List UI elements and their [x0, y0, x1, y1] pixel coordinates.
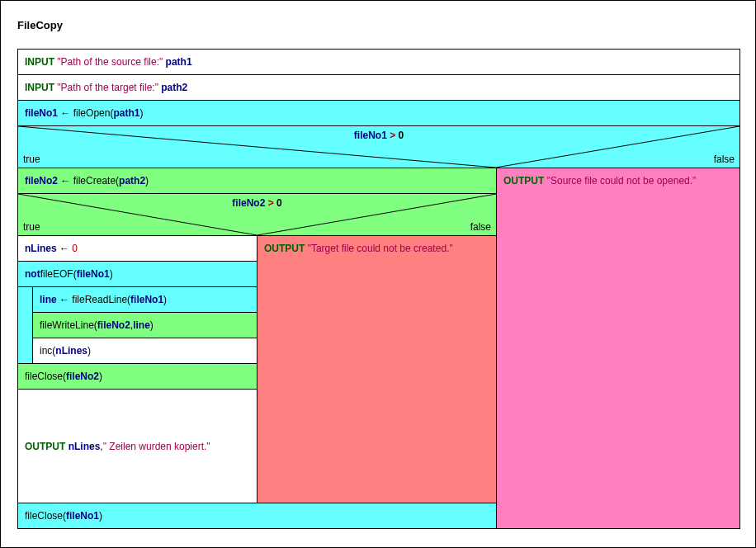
stmt-inc: inc(nLines) [33, 338, 257, 363]
branch-fileno1: fileNo2 ← fileCreate(path2) fileNo2 > 0 [18, 168, 739, 528]
var-fileno2: fileNo2 [25, 175, 58, 187]
stmt-open-source: fileNo1 ← fileOpen(path1) [18, 101, 739, 126]
stmt-nlines-init: nLines ← 0 [18, 236, 257, 262]
svg-line-3 [258, 194, 497, 235]
branch-fileno1-true: fileNo2 ← fileCreate(path2) fileNo2 > 0 [18, 168, 497, 528]
svg-line-2 [18, 194, 258, 235]
branch-fileno2: nLines ← 0 not fileEOF(fileNo1) [18, 236, 496, 503]
stmt-readline: line ← fileReadLine(fileNo1) [33, 287, 257, 313]
cond1-lhs: fileNo1 [354, 130, 387, 141]
cond1-rhs: 0 [399, 130, 404, 141]
svg-line-1 [496, 126, 739, 168]
decision-fileno2: fileNo2 > 0 true false [18, 194, 496, 236]
svg-line-0 [18, 126, 496, 168]
branch-fileno2-false: OUTPUT "Target file could not be created… [258, 236, 496, 503]
cond1-op: > [387, 130, 399, 141]
diagram-title: FileCopy [17, 19, 63, 31]
arrow: ← [60, 107, 70, 119]
fn-fileopen: fileOpen( [73, 107, 114, 119]
var-path2: path2 [161, 82, 187, 93]
diagram-body: INPUT "Path of the source file:" path1 I… [17, 49, 740, 529]
var-fileno1: fileNo1 [25, 107, 58, 119]
stmt-output-nlines: OUTPUT nLines, " Zeilen wurden kopiert." [18, 390, 257, 503]
loop-bar [18, 287, 33, 363]
decision-fileno1: fileNo1 > 0 true false [18, 126, 739, 168]
str-source-prompt: "Path of the source file:" [57, 56, 163, 68]
stmt-close2: fileClose(fileNo2) [18, 364, 257, 390]
kw-input: INPUT [25, 56, 54, 68]
loop-header: not fileEOF(fileNo1) [18, 262, 257, 287]
str-target-prompt: "Path of the target file:" [57, 82, 158, 93]
stmt-input-source: INPUT "Path of the source file:" path1 [18, 50, 739, 75]
loop-body: line ← fileReadLine(fileNo1) fileWriteLi… [18, 287, 257, 364]
arg-path1: path1 [113, 107, 139, 119]
branch-fileno2-true: nLines ← 0 not fileEOF(fileNo1) [18, 236, 258, 503]
cond1-false: false [714, 154, 735, 165]
var-path1: path1 [166, 56, 192, 68]
stmt-close1: fileClose(fileNo1) [18, 503, 496, 528]
stmt-create-target: fileNo2 ← fileCreate(path2) [18, 168, 496, 194]
cond1-true: true [23, 154, 40, 165]
stmt-input-target: INPUT "Path of the target file:" path2 [18, 75, 739, 101]
diagram-frame: FileCopy INPUT "Path of the source file:… [0, 0, 756, 548]
stmt-writeline: fileWriteLine(fileNo2, line) [33, 313, 257, 338]
kw-input: INPUT [25, 82, 54, 93]
branch-fileno1-false: OUTPUT "Source file could not be opened.… [497, 168, 739, 528]
